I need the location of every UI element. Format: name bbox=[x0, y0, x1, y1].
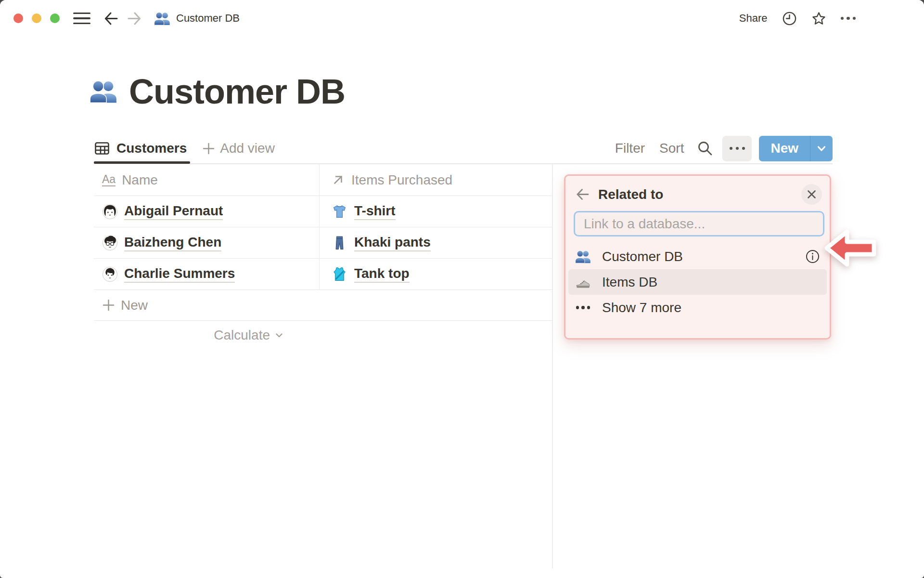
search-icon[interactable] bbox=[696, 140, 714, 157]
people-icon[interactable] bbox=[90, 79, 117, 104]
plus-icon bbox=[102, 299, 115, 312]
avatar bbox=[102, 204, 118, 220]
table-row: Abigail Pernaut T-shirt bbox=[94, 196, 552, 227]
back-arrow-icon[interactable] bbox=[103, 11, 119, 26]
option-label: Items DB bbox=[602, 275, 657, 290]
record-link[interactable]: Abigail Pernaut bbox=[124, 203, 223, 220]
record-link[interactable]: Charlie Summers bbox=[124, 266, 235, 283]
view-more-options-button[interactable] bbox=[722, 136, 752, 161]
favorite-star-icon[interactable] bbox=[811, 11, 826, 26]
add-view-label: Add view bbox=[220, 141, 275, 156]
calculate-button[interactable]: Calculate bbox=[94, 328, 319, 343]
traffic-lights bbox=[13, 13, 60, 23]
view-bar: Customers Add view Filter Sort New bbox=[94, 134, 833, 162]
item-link[interactable]: Khaki pants bbox=[354, 235, 431, 251]
option-label: Show 7 more bbox=[602, 300, 681, 315]
page-title-block: Customer DB bbox=[90, 71, 345, 112]
close-icon bbox=[807, 189, 817, 199]
active-tab-underline bbox=[94, 161, 190, 164]
avatar bbox=[102, 235, 118, 251]
tshirt-icon bbox=[332, 204, 347, 220]
new-button-label[interactable]: New bbox=[759, 136, 810, 161]
add-view-button[interactable]: Add view bbox=[202, 141, 275, 156]
people-icon bbox=[575, 250, 591, 263]
table-row: Baizheng Chen Khaki pants bbox=[94, 227, 552, 259]
table-row: Charlie Summers Tank top bbox=[94, 259, 552, 290]
items-cell[interactable]: Khaki pants bbox=[319, 227, 552, 258]
avatar bbox=[102, 266, 118, 282]
close-window-button[interactable] bbox=[13, 13, 23, 23]
share-button[interactable]: Share bbox=[739, 12, 768, 25]
tab-label: Customers bbox=[116, 141, 187, 156]
chevron-down-icon bbox=[274, 330, 284, 341]
forward-arrow-icon[interactable] bbox=[127, 11, 142, 26]
option-label: Customer DB bbox=[602, 249, 683, 264]
column-label: Items Purchased bbox=[351, 172, 452, 188]
new-row-label: New bbox=[121, 298, 148, 313]
minimize-window-button[interactable] bbox=[32, 13, 41, 23]
link-database-input[interactable] bbox=[574, 211, 824, 236]
people-icon bbox=[154, 12, 170, 26]
more-options-icon[interactable] bbox=[841, 11, 856, 26]
database-options-list: Customer DB Items DB Show 7 more bbox=[565, 244, 830, 320]
jeans-icon bbox=[332, 235, 347, 251]
more-dots-icon bbox=[576, 306, 590, 309]
sneaker-icon bbox=[575, 274, 591, 290]
tank-top-icon bbox=[332, 266, 347, 282]
new-row-button[interactable]: New bbox=[94, 290, 552, 321]
close-button[interactable] bbox=[801, 184, 822, 205]
plus-icon bbox=[202, 142, 215, 155]
calculate-label: Calculate bbox=[214, 328, 270, 343]
new-dropdown-button[interactable] bbox=[810, 136, 833, 161]
sort-button[interactable]: Sort bbox=[659, 141, 684, 156]
record-link[interactable]: Baizheng Chen bbox=[124, 235, 221, 251]
table-footer: Calculate bbox=[94, 321, 552, 350]
page-title[interactable]: Customer DB bbox=[129, 71, 345, 112]
breadcrumb[interactable]: Customer DB bbox=[154, 12, 240, 26]
table-right-border bbox=[552, 164, 553, 568]
history-clock-icon[interactable] bbox=[782, 11, 797, 26]
new-record-button: New bbox=[759, 136, 833, 161]
back-arrow-icon[interactable] bbox=[575, 187, 590, 202]
filter-button[interactable]: Filter bbox=[615, 141, 645, 156]
name-cell[interactable]: Charlie Summers bbox=[94, 259, 319, 289]
column-label: Name bbox=[122, 172, 158, 188]
popup-title: Related to bbox=[598, 187, 663, 202]
view-toolbar: Filter Sort New bbox=[601, 136, 833, 161]
item-link[interactable]: Tank top bbox=[354, 266, 410, 283]
column-header-items-purchased[interactable]: Items Purchased bbox=[319, 164, 552, 196]
relation-arrow-icon bbox=[332, 173, 345, 186]
items-cell[interactable]: Tank top bbox=[319, 259, 552, 289]
column-header-name[interactable]: Aa Name bbox=[94, 172, 319, 188]
breadcrumb-title: Customer DB bbox=[176, 12, 240, 25]
name-cell[interactable]: Baizheng Chen bbox=[94, 227, 319, 258]
info-icon[interactable] bbox=[805, 249, 820, 264]
customers-table: Aa Name Items Purchased Abigail Pernaut … bbox=[94, 164, 552, 350]
table-view-icon bbox=[94, 140, 110, 157]
window-topbar: Customer DB Share bbox=[0, 0, 924, 37]
table-header-row: Aa Name Items Purchased bbox=[94, 164, 552, 196]
popup-header: Related to bbox=[565, 176, 830, 205]
show-more-button[interactable]: Show 7 more bbox=[568, 295, 827, 320]
chevron-down-icon bbox=[815, 142, 828, 155]
name-cell[interactable]: Abigail Pernaut bbox=[94, 196, 319, 227]
item-link[interactable]: T-shirt bbox=[354, 203, 396, 220]
option-items-db[interactable]: Items DB bbox=[568, 269, 827, 295]
zoom-window-button[interactable] bbox=[50, 13, 60, 23]
text-property-icon: Aa bbox=[102, 173, 116, 186]
tab-customers[interactable]: Customers bbox=[94, 140, 187, 157]
topbar-actions: Share bbox=[739, 11, 924, 26]
notion-window: Customer DB Share Customer DB Customers … bbox=[0, 0, 924, 578]
items-cell[interactable]: T-shirt bbox=[319, 196, 552, 227]
option-customer-db[interactable]: Customer DB bbox=[568, 244, 827, 269]
sidebar-menu-icon[interactable] bbox=[73, 13, 90, 25]
related-to-popup: Related to Customer DB Items DB Show 7 m… bbox=[564, 174, 831, 340]
